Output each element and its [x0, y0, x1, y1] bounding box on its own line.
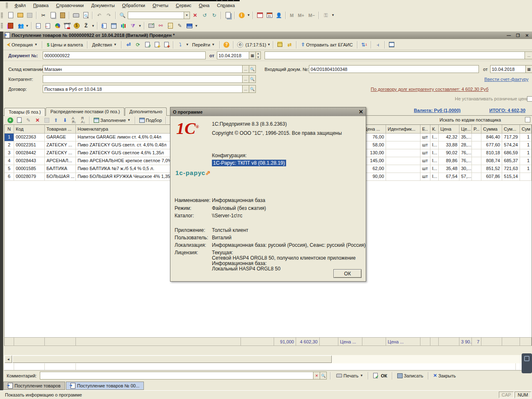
invoice-nakl-icon[interactable]: НАКЛ	[63, 22, 71, 30]
services-icon[interactable]: ⚿	[321, 11, 330, 19]
menubar-gripper[interactable]	[6, 2, 8, 8]
actions-button[interactable]: Действия▼	[90, 41, 119, 49]
incoming-doc-input[interactable]: 04/201804100348	[309, 65, 479, 73]
menu-item-2[interactable]: Правка	[30, 2, 52, 9]
contractor-search-icon[interactable]: 🔍	[249, 75, 256, 83]
reread-document-icon[interactable]: ↺	[143, 41, 152, 49]
access-key-icon[interactable]: ←	[166, 22, 175, 30]
pick-button[interactable]: Подбор	[137, 117, 164, 124]
list-view-icon[interactable]	[387, 41, 396, 49]
cash-register-dropdown-icon[interactable]: ▼	[194, 24, 198, 28]
thead-cell-12[interactable]: К.	[430, 125, 439, 134]
search-by-codes-checkbox[interactable]	[525, 117, 530, 122]
copy-row-icon[interactable]: ＋	[15, 116, 24, 124]
header-extra-input[interactable]	[265, 51, 525, 59]
contractor-ellipsis-button[interactable]: ...	[243, 75, 249, 83]
sign-pen-icon[interactable]: ✎	[175, 22, 184, 30]
info-dropdown-icon[interactable]: ▼	[247, 13, 250, 17]
thead-cell-13[interactable]: Цена	[439, 125, 459, 134]
hscroll-thumb[interactable]	[12, 355, 332, 363]
thead-cell-18[interactable]: Сум	[520, 125, 532, 134]
ok-button[interactable]: ✔ ОК	[371, 372, 389, 380]
table-settings-icon[interactable]	[42, 116, 51, 124]
menu-item-1[interactable]: Файл	[11, 2, 29, 9]
print-icon[interactable]	[72, 11, 80, 19]
doc-date-calendar-icon[interactable]: ▦	[249, 51, 256, 59]
unpost-icon[interactable]: ✚	[162, 41, 171, 49]
move-up-icon[interactable]: ⬆	[51, 116, 60, 124]
comment-clear-icon[interactable]: ✕	[313, 372, 320, 380]
thead-cell-14[interactable]: Це...	[459, 125, 472, 134]
toolbar1-gripper[interactable]	[1, 12, 3, 18]
enter-invoice-link[interactable]: Ввести счет-фактуру	[484, 77, 529, 82]
header-extra-ellipsis-button[interactable]: ...	[525, 51, 532, 59]
menu-item-9[interactable]: Справка	[214, 2, 238, 9]
move-down-icon[interactable]: ⬇	[61, 116, 69, 124]
dialog-close-icon[interactable]: ✕	[359, 109, 363, 115]
hierarchy-icon[interactable]: ⫞	[374, 41, 382, 49]
sort-asc-icon[interactable]: АЯ↓	[70, 116, 78, 124]
memory-clear-button[interactable]: М	[288, 12, 295, 18]
search-combobox[interactable]: ▼	[128, 12, 190, 19]
thead-cell-2[interactable]: Товарная ...	[45, 125, 76, 134]
calendar-icon[interactable]: 31	[265, 11, 274, 19]
restore-icon[interactable]: ❐	[515, 33, 521, 38]
save-button[interactable]: Записать	[395, 372, 425, 380]
counterparties-dropdown-icon[interactable]: ▼	[25, 24, 29, 28]
table-calc-icon[interactable]	[255, 11, 264, 19]
fill-button[interactable]: Заполнение▼	[92, 117, 133, 124]
thead-cell-10[interactable]: Идентифик...	[386, 125, 420, 134]
warehouse-search-icon[interactable]: 🔍	[249, 65, 256, 73]
info-icon[interactable]: i	[237, 11, 246, 19]
filter-dropdown-icon[interactable]: ▼	[138, 24, 142, 28]
close-icon[interactable]: ✕	[524, 33, 530, 38]
operation-button[interactable]: ⮜ Операция▼	[5, 41, 40, 49]
goto-button[interactable]: Перейти▼	[190, 41, 217, 49]
time-icon[interactable]: ◴	[236, 41, 245, 49]
comment-search-icon[interactable]: 🔍	[320, 372, 327, 380]
memory-plus-button[interactable]: М+	[296, 12, 306, 18]
thead-cell-15[interactable]: Р...	[472, 125, 481, 134]
dialog-ok-button[interactable]: ОК	[333, 269, 362, 278]
egais-send-button[interactable]: ⇧ Отправить акт ЕГАИС	[299, 41, 355, 49]
delete-row-icon[interactable]: ✕	[33, 116, 42, 124]
goods-receipt-icon[interactable]: →	[34, 22, 43, 30]
reports-pie-icon[interactable]: ＋	[53, 22, 62, 30]
add-row-icon[interactable]: +	[6, 116, 15, 124]
edit-row-icon[interactable]: ✎	[24, 116, 33, 124]
new-document-icon[interactable]: ±	[100, 22, 109, 30]
thead-cell-1[interactable]: Код	[14, 125, 45, 134]
cut-icon[interactable]: ✂	[39, 11, 48, 19]
structure-icon[interactable]: ⚯	[156, 22, 165, 30]
goods-expense-icon[interactable]: ←	[44, 22, 52, 30]
copy-icon[interactable]	[49, 11, 57, 19]
doc-no-input[interactable]: 0000000922	[43, 51, 206, 59]
subordination-icon[interactable]: ⤵	[176, 41, 185, 49]
thead-cell-0[interactable]: N	[5, 125, 14, 134]
refresh-document-icon[interactable]: ⟳	[134, 41, 142, 49]
warehouse-ellipsis-button[interactable]: ...	[243, 65, 249, 73]
clear-search-icon[interactable]: ✕	[191, 11, 199, 19]
money-report-icon[interactable]	[276, 41, 284, 49]
menu-item-5[interactable]: Обработки	[119, 2, 148, 9]
z-report-dropdown-icon[interactable]: ▼	[91, 24, 95, 28]
syntax-check-back-icon[interactable]: ↻	[210, 11, 219, 19]
post-document-icon[interactable]: ⏎	[124, 41, 133, 49]
warehouse-input[interactable]: Магазин	[43, 65, 243, 73]
about-dialog-titlebar[interactable]: О программе ✕	[170, 107, 366, 116]
syntax-check-icon[interactable]: ↺	[200, 11, 209, 19]
copy-window-icon[interactable]	[223, 11, 232, 19]
undo-icon[interactable]: ↶	[95, 11, 104, 19]
counterparties-icon[interactable]: 👥	[16, 22, 24, 30]
total-link[interactable]: ИТОГО: 4 602,30	[489, 108, 525, 113]
paste-icon[interactable]	[58, 11, 67, 19]
time-label[interactable]: (17:17:51)	[245, 42, 266, 47]
doc-date-input[interactable]: 10.04.2018	[217, 51, 249, 59]
contract-input[interactable]: Поставка в Руб от 10.04.18	[43, 85, 243, 93]
incoming-date-input[interactable]: 10.04.2018	[490, 65, 526, 73]
user-lock-icon[interactable]: 👤	[275, 11, 283, 19]
debt-link[interactable]: По договору долг контрагенту составляет:…	[371, 87, 488, 92]
currency-link[interactable]: Валюта: Руб (1,0000)	[414, 108, 461, 113]
time-dropdown-icon[interactable]: ▼	[267, 43, 271, 46]
post-and-close-icon[interactable]: ✚	[153, 41, 161, 49]
